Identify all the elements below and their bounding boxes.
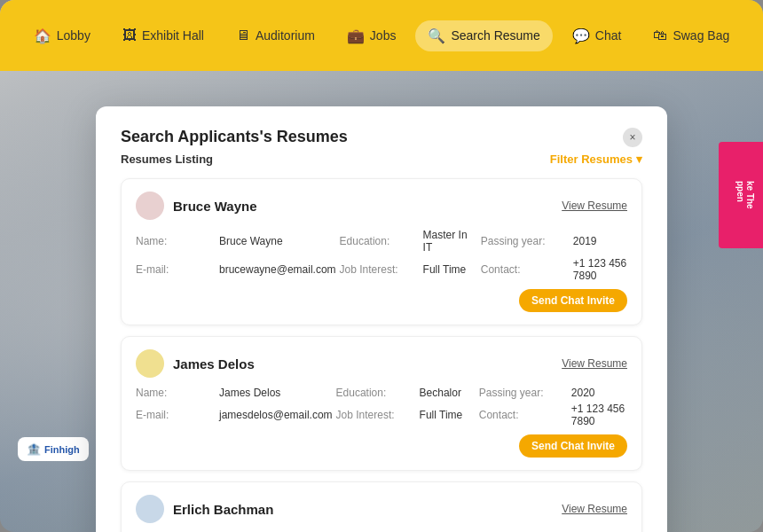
email-label-bruce-wayne: E-mail: bbox=[136, 263, 216, 276]
avatar-erlich-bachman bbox=[136, 495, 164, 523]
nav-item-exhibit-hall[interactable]: 🖼 Exhibit Hall bbox=[110, 20, 216, 51]
resume-cards-list: Bruce Wayne View Resume Name: Bruce Wayn… bbox=[121, 178, 642, 532]
card-fields-bruce-wayne: Name: Bruce Wayne Education: Master In I… bbox=[136, 229, 627, 282]
job-interest-label-bruce-wayne: Job Interest: bbox=[340, 263, 420, 276]
nav-item-auditorium[interactable]: 🖥 Auditorium bbox=[224, 20, 327, 51]
avatar-bruce-wayne bbox=[136, 192, 164, 220]
card-name-james-delos: James Delos bbox=[173, 356, 255, 372]
education-value-bruce-wayne: Master In IT bbox=[423, 229, 477, 254]
card-fields-james-delos: Name: James Delos Education: Bechalor Pa… bbox=[136, 387, 627, 427]
job-interest-value-james-delos: Full Time bbox=[420, 409, 476, 421]
nav-label-exhibit-hall: Exhibit Hall bbox=[142, 28, 204, 43]
filter-resumes-label: Filter Resumes bbox=[550, 153, 633, 166]
card-name-bruce-wayne: Bruce Wayne bbox=[173, 199, 256, 214]
nav-item-swag-bag[interactable]: 🛍 Swag Bag bbox=[641, 20, 742, 51]
contact-label-james-delos: Contact: bbox=[479, 409, 568, 421]
close-button[interactable]: × bbox=[623, 128, 642, 147]
subheader-row: Resumes Listing Filter Resumes ▾ bbox=[121, 153, 642, 166]
modal-header: Search Applicants's Resumes × bbox=[121, 128, 642, 147]
passing-year-label-james-delos: Passing year: bbox=[479, 387, 568, 399]
contact-value-james-delos: +1 123 456 7890 bbox=[571, 403, 627, 427]
card-top-erlich-bachman: Erlich Bachman View Resume bbox=[136, 495, 627, 523]
pink-banner: ke Theppen bbox=[719, 142, 763, 248]
card-bottom-james-delos: Send Chat Invite bbox=[136, 434, 627, 458]
resume-card-james-delos: James Delos View Resume Name: James Delo… bbox=[121, 336, 642, 471]
navbar: 🏠 Lobby 🖼 Exhibit Hall 🖥 Auditorium 💼 Jo… bbox=[0, 0, 763, 71]
jobs-icon: 💼 bbox=[347, 27, 365, 44]
passing-year-label-bruce-wayne: Passing year: bbox=[481, 235, 570, 247]
auditorium-icon: 🖥 bbox=[236, 27, 250, 43]
home-icon: 🏠 bbox=[34, 27, 51, 44]
resume-card-bruce-wayne: Bruce Wayne View Resume Name: Bruce Wayn… bbox=[121, 178, 642, 325]
swag-bag-icon: 🛍 bbox=[653, 27, 667, 43]
passing-year-value-bruce-wayne: 2019 bbox=[573, 235, 627, 247]
email-value-james-delos: jamesdelos@email.com bbox=[219, 409, 333, 421]
search-icon: 🔍 bbox=[428, 27, 445, 44]
chat-icon: 💬 bbox=[572, 27, 590, 44]
nav-label-swag-bag: Swag Bag bbox=[673, 28, 729, 43]
name-value-james-delos: James Delos bbox=[219, 387, 333, 399]
card-name-row-erlich-bachman: Erlich Bachman bbox=[136, 495, 273, 523]
nav-label-auditorium: Auditorium bbox=[256, 28, 315, 43]
view-resume-button-james-delos[interactable]: View Resume bbox=[562, 357, 627, 370]
education-label-bruce-wayne: Education: bbox=[340, 235, 420, 247]
card-bottom-bruce-wayne: Send Chat Invite bbox=[136, 289, 627, 312]
card-name-row-james-delos: James Delos bbox=[136, 349, 255, 378]
job-interest-label-james-delos: Job Interest: bbox=[336, 409, 416, 421]
view-resume-button-erlich-bachman[interactable]: View Resume bbox=[562, 503, 627, 515]
passing-year-value-james-delos: 2020 bbox=[571, 387, 627, 399]
card-top-james-delos: James Delos View Resume bbox=[136, 349, 627, 378]
name-value-bruce-wayne: Bruce Wayne bbox=[219, 235, 336, 247]
card-name-erlich-bachman: Erlich Bachman bbox=[173, 502, 273, 517]
modal-title: Search Applicants's Resumes bbox=[121, 128, 348, 146]
avatar-james-delos bbox=[136, 349, 164, 378]
contact-value-bruce-wayne: +1 123 456 7890 bbox=[573, 257, 627, 282]
side-panel-left: 🏦 Finhigh bbox=[0, 71, 98, 532]
card-name-row-bruce-wayne: Bruce Wayne bbox=[136, 192, 256, 220]
card-top-bruce-wayne: Bruce Wayne View Resume bbox=[136, 192, 627, 220]
send-chat-invite-button-bruce-wayne[interactable]: Send Chat Invite bbox=[519, 289, 627, 312]
nav-item-lobby[interactable]: 🏠 Lobby bbox=[21, 20, 103, 51]
contact-label-bruce-wayne: Contact: bbox=[481, 263, 570, 276]
nav-item-search-resume[interactable]: 🔍 Search Resume bbox=[415, 20, 552, 51]
resume-card-erlich-bachman: Erlich Bachman View Resume Name: Erlich … bbox=[121, 481, 642, 532]
nav-label-chat: Chat bbox=[595, 28, 622, 43]
view-resume-button-bruce-wayne[interactable]: View Resume bbox=[562, 200, 627, 212]
resumes-listing-label: Resumes Listing bbox=[121, 153, 213, 166]
finhigh-sign: 🏦 Finhigh bbox=[18, 437, 89, 461]
side-panel-right: ke Theppen bbox=[665, 71, 763, 532]
nav-item-jobs[interactable]: 💼 Jobs bbox=[334, 20, 409, 51]
education-label-james-delos: Education: bbox=[336, 387, 416, 399]
pink-banner-text: ke Theppen bbox=[735, 181, 755, 209]
email-label-james-delos: E-mail: bbox=[136, 409, 216, 421]
name-label-james-delos: Name: bbox=[136, 387, 216, 399]
nav-label-jobs: Jobs bbox=[370, 28, 397, 43]
nav-label-lobby: Lobby bbox=[57, 28, 90, 43]
exhibit-icon: 🖼 bbox=[122, 27, 137, 43]
email-value-bruce-wayne: brucewayne@email.com bbox=[219, 263, 336, 276]
modal: Search Applicants's Resumes × Resumes Li… bbox=[96, 106, 667, 532]
chevron-down-icon: ▾ bbox=[636, 153, 642, 166]
finhigh-label: Finhigh bbox=[44, 444, 80, 455]
filter-resumes-button[interactable]: Filter Resumes ▾ bbox=[550, 153, 642, 166]
nav-item-chat[interactable]: 💬 Chat bbox=[560, 20, 634, 51]
nav-label-search-resume: Search Resume bbox=[451, 28, 539, 43]
job-interest-value-bruce-wayne: Full Time bbox=[423, 263, 477, 276]
send-chat-invite-button-james-delos[interactable]: Send Chat Invite bbox=[519, 434, 627, 458]
name-label-bruce-wayne: Name: bbox=[136, 235, 216, 247]
education-value-james-delos: Bechalor bbox=[420, 387, 476, 399]
